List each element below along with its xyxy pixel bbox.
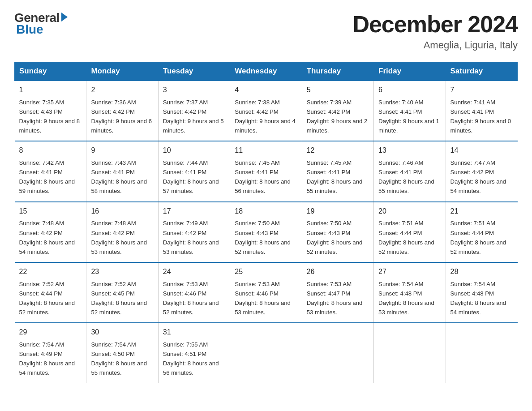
day-info: Sunrise: 7:45 AMSunset: 4:41 PMDaylight:… <box>235 158 297 196</box>
day-number: 2 <box>91 85 153 96</box>
logo: General Blue <box>14 11 68 37</box>
calendar-cell: 15Sunrise: 7:48 AMSunset: 4:42 PMDayligh… <box>15 202 86 262</box>
calendar-cell: 8Sunrise: 7:42 AMSunset: 4:41 PMDaylight… <box>15 141 86 201</box>
weekday-header: Tuesday <box>158 62 230 81</box>
day-number: 22 <box>19 266 82 278</box>
day-number: 28 <box>450 266 513 278</box>
calendar-cell: 23Sunrise: 7:52 AMSunset: 4:45 PMDayligh… <box>86 262 158 323</box>
calendar-cell: 21Sunrise: 7:51 AMSunset: 4:44 PMDayligh… <box>446 202 517 262</box>
calendar-week-row: 1Sunrise: 7:35 AMSunset: 4:43 PMDaylight… <box>15 81 518 141</box>
day-number: 7 <box>450 85 513 96</box>
calendar-cell: 25Sunrise: 7:53 AMSunset: 4:46 PMDayligh… <box>230 262 302 323</box>
day-info: Sunrise: 7:55 AMSunset: 4:51 PMDaylight:… <box>163 340 225 378</box>
weekday-header-row: SundayMondayTuesdayWednesdayThursdayFrid… <box>15 62 518 81</box>
day-number: 8 <box>19 145 82 156</box>
calendar-week-row: 8Sunrise: 7:42 AMSunset: 4:41 PMDaylight… <box>15 141 518 201</box>
day-info: Sunrise: 7:44 AMSunset: 4:41 PMDaylight:… <box>163 158 225 196</box>
calendar-cell: 26Sunrise: 7:53 AMSunset: 4:47 PMDayligh… <box>302 262 373 323</box>
day-number: 4 <box>235 85 297 96</box>
calendar-cell: 18Sunrise: 7:50 AMSunset: 4:43 PMDayligh… <box>230 202 302 262</box>
page-header: General Blue December 2024 Ameglia, Ligu… <box>14 11 518 51</box>
calendar-cell: 17Sunrise: 7:49 AMSunset: 4:42 PMDayligh… <box>158 202 230 262</box>
day-number: 3 <box>163 85 225 96</box>
title-block: December 2024 Ameglia, Liguria, Italy <box>352 11 518 51</box>
day-info: Sunrise: 7:52 AMSunset: 4:44 PMDaylight:… <box>19 279 82 317</box>
day-info: Sunrise: 7:54 AMSunset: 4:49 PMDaylight:… <box>19 340 82 378</box>
day-number: 12 <box>307 145 369 156</box>
month-title: December 2024 <box>352 11 518 38</box>
day-number: 1 <box>19 85 82 96</box>
day-number: 25 <box>235 266 297 278</box>
day-number: 21 <box>450 206 513 217</box>
day-info: Sunrise: 7:50 AMSunset: 4:43 PMDaylight:… <box>235 218 297 257</box>
day-number: 23 <box>91 266 153 278</box>
day-number: 19 <box>307 206 369 217</box>
logo-blue-text: Blue <box>16 22 43 37</box>
calendar-cell: 1Sunrise: 7:35 AMSunset: 4:43 PMDaylight… <box>15 81 86 141</box>
day-info: Sunrise: 7:39 AMSunset: 4:42 PMDaylight:… <box>307 98 369 136</box>
calendar-cell: 29Sunrise: 7:54 AMSunset: 4:49 PMDayligh… <box>15 323 86 383</box>
weekday-header: Saturday <box>446 62 517 81</box>
day-number: 20 <box>378 206 441 217</box>
day-number: 9 <box>91 145 153 156</box>
day-info: Sunrise: 7:45 AMSunset: 4:41 PMDaylight:… <box>307 158 369 196</box>
weekday-header: Sunday <box>15 62 86 81</box>
day-info: Sunrise: 7:54 AMSunset: 4:48 PMDaylight:… <box>378 279 441 317</box>
calendar-cell: 3Sunrise: 7:37 AMSunset: 4:42 PMDaylight… <box>158 81 230 141</box>
calendar-week-row: 22Sunrise: 7:52 AMSunset: 4:44 PMDayligh… <box>15 262 518 323</box>
calendar-cell: 12Sunrise: 7:45 AMSunset: 4:41 PMDayligh… <box>302 141 373 201</box>
day-number: 5 <box>307 85 369 96</box>
day-info: Sunrise: 7:35 AMSunset: 4:43 PMDaylight:… <box>19 98 82 136</box>
calendar-cell <box>374 323 446 383</box>
day-number: 13 <box>378 145 441 156</box>
calendar-cell: 27Sunrise: 7:54 AMSunset: 4:48 PMDayligh… <box>374 262 446 323</box>
day-info: Sunrise: 7:53 AMSunset: 4:46 PMDaylight:… <box>235 279 297 317</box>
day-number: 26 <box>307 266 369 278</box>
day-info: Sunrise: 7:40 AMSunset: 4:41 PMDaylight:… <box>378 98 441 136</box>
day-info: Sunrise: 7:50 AMSunset: 4:43 PMDaylight:… <box>307 218 369 257</box>
day-info: Sunrise: 7:48 AMSunset: 4:42 PMDaylight:… <box>19 218 82 257</box>
day-number: 11 <box>235 145 297 156</box>
calendar-cell: 5Sunrise: 7:39 AMSunset: 4:42 PMDaylight… <box>302 81 373 141</box>
weekday-header: Monday <box>86 62 158 81</box>
calendar-cell <box>446 323 517 383</box>
calendar-cell: 7Sunrise: 7:41 AMSunset: 4:41 PMDaylight… <box>446 81 517 141</box>
logo-arrow-icon <box>61 13 68 21</box>
day-info: Sunrise: 7:47 AMSunset: 4:42 PMDaylight:… <box>450 158 513 196</box>
day-info: Sunrise: 7:51 AMSunset: 4:44 PMDaylight:… <box>450 218 513 257</box>
weekday-header: Thursday <box>302 62 373 81</box>
location-text: Ameglia, Liguria, Italy <box>352 39 518 51</box>
day-number: 18 <box>235 206 297 217</box>
calendar-week-row: 29Sunrise: 7:54 AMSunset: 4:49 PMDayligh… <box>15 323 518 383</box>
day-info: Sunrise: 7:41 AMSunset: 4:41 PMDaylight:… <box>450 98 513 136</box>
day-number: 24 <box>163 266 225 278</box>
calendar-cell: 6Sunrise: 7:40 AMSunset: 4:41 PMDaylight… <box>374 81 446 141</box>
day-number: 6 <box>378 85 441 96</box>
day-info: Sunrise: 7:38 AMSunset: 4:42 PMDaylight:… <box>235 98 297 136</box>
day-number: 16 <box>91 206 153 217</box>
calendar-cell: 19Sunrise: 7:50 AMSunset: 4:43 PMDayligh… <box>302 202 373 262</box>
day-number: 10 <box>163 145 225 156</box>
day-info: Sunrise: 7:52 AMSunset: 4:45 PMDaylight:… <box>91 279 153 317</box>
calendar-cell: 16Sunrise: 7:48 AMSunset: 4:42 PMDayligh… <box>86 202 158 262</box>
calendar-cell: 13Sunrise: 7:46 AMSunset: 4:41 PMDayligh… <box>374 141 446 201</box>
day-info: Sunrise: 7:53 AMSunset: 4:47 PMDaylight:… <box>307 279 369 317</box>
weekday-header: Friday <box>374 62 446 81</box>
day-info: Sunrise: 7:49 AMSunset: 4:42 PMDaylight:… <box>163 218 225 257</box>
calendar-cell: 10Sunrise: 7:44 AMSunset: 4:41 PMDayligh… <box>158 141 230 201</box>
calendar-cell: 9Sunrise: 7:43 AMSunset: 4:41 PMDaylight… <box>86 141 158 201</box>
day-number: 17 <box>163 206 225 217</box>
day-info: Sunrise: 7:36 AMSunset: 4:42 PMDaylight:… <box>91 98 153 136</box>
calendar-cell: 22Sunrise: 7:52 AMSunset: 4:44 PMDayligh… <box>15 262 86 323</box>
day-info: Sunrise: 7:53 AMSunset: 4:46 PMDaylight:… <box>163 279 225 317</box>
day-number: 29 <box>19 327 82 338</box>
weekday-header: Wednesday <box>230 62 302 81</box>
day-info: Sunrise: 7:37 AMSunset: 4:42 PMDaylight:… <box>163 98 225 136</box>
day-number: 27 <box>378 266 441 278</box>
calendar-cell: 2Sunrise: 7:36 AMSunset: 4:42 PMDaylight… <box>86 81 158 141</box>
calendar-cell <box>302 323 373 383</box>
calendar-cell: 20Sunrise: 7:51 AMSunset: 4:44 PMDayligh… <box>374 202 446 262</box>
day-number: 30 <box>91 327 153 338</box>
calendar-cell: 30Sunrise: 7:54 AMSunset: 4:50 PMDayligh… <box>86 323 158 383</box>
calendar-cell: 31Sunrise: 7:55 AMSunset: 4:51 PMDayligh… <box>158 323 230 383</box>
